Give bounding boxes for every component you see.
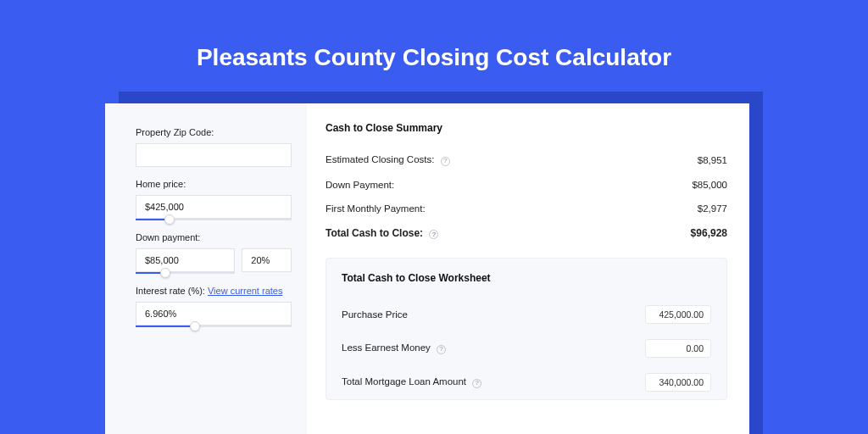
help-icon[interactable]: ?: [472, 379, 481, 388]
summary-total-value: $96,928: [691, 227, 727, 239]
interest-rate-input[interactable]: [136, 302, 292, 326]
worksheet-heading: Total Cash to Close Worksheet: [342, 272, 711, 284]
summary-row-label: First Monthly Payment:: [326, 203, 426, 214]
down-payment-field: Down payment:: [136, 232, 292, 274]
interest-rate-field: Interest rate (%): View current rates: [136, 286, 292, 327]
view-rates-link[interactable]: View current rates: [208, 286, 282, 296]
home-price-label: Home price:: [136, 179, 292, 189]
slider-thumb[interactable]: [190, 321, 200, 331]
summary-row: Down Payment:$85,000: [326, 173, 727, 197]
worksheet-row: Total Mortgage Loan Amount ?340,000.00: [342, 365, 711, 399]
summary-row-label: Estimated Closing Costs:: [326, 154, 434, 164]
summary-row: First Monthly Payment:$2,977: [326, 197, 727, 220]
summary-heading: Cash to Close Summary: [326, 122, 727, 134]
home-price-input[interactable]: [136, 195, 292, 219]
worksheet-row-value[interactable]: 340,000.00: [645, 373, 711, 392]
slider-thumb[interactable]: [164, 214, 175, 225]
worksheet-row-value[interactable]: 425,000.00: [645, 305, 711, 324]
down-payment-amount-input[interactable]: [136, 248, 235, 272]
summary-row-label: Down Payment:: [326, 180, 394, 190]
home-price-slider[interactable]: [136, 219, 292, 220]
home-price-field: Home price:: [136, 179, 292, 220]
results-column: Cash to Close Summary Estimated Closing …: [307, 103, 749, 434]
help-icon[interactable]: ?: [429, 230, 438, 239]
worksheet-card: Total Cash to Close Worksheet Purchase P…: [326, 258, 727, 400]
slider-thumb[interactable]: [160, 268, 170, 278]
summary-total-row: Total Cash to Close: ? $96,928: [326, 220, 727, 247]
worksheet-row-value[interactable]: 0.00: [645, 339, 711, 358]
help-icon[interactable]: ?: [441, 157, 450, 166]
zip-label: Property Zip Code:: [136, 127, 292, 137]
worksheet-row: Less Earnest Money ?0.00: [342, 331, 711, 365]
worksheet-row-label: Purchase Price: [342, 309, 408, 320]
summary-total-label: Total Cash to Close:: [326, 227, 423, 239]
slider-fill: [136, 326, 195, 327]
interest-rate-slider[interactable]: [136, 326, 292, 327]
inputs-column: Property Zip Code: Home price: Down paym…: [105, 103, 307, 434]
summary-row: Estimated Closing Costs: ?$8,951: [326, 147, 727, 173]
worksheet-row-label: Total Mortgage Loan Amount: [342, 376, 466, 387]
zip-input[interactable]: [136, 143, 292, 167]
summary-row-value: $85,000: [692, 180, 727, 190]
summary-row-value: $8,951: [698, 155, 727, 165]
worksheet-row: Purchase Price425,000.00: [342, 298, 711, 331]
worksheet-row-label: Less Earnest Money: [342, 342, 431, 353]
summary-row-value: $2,977: [698, 203, 727, 214]
interest-rate-label-text: Interest rate (%):: [136, 286, 208, 296]
down-payment-pct-input[interactable]: [242, 248, 292, 272]
help-icon[interactable]: ?: [437, 345, 446, 354]
calculator-panel: Property Zip Code: Home price: Down paym…: [105, 103, 749, 434]
zip-field: Property Zip Code:: [136, 127, 292, 167]
down-payment-label: Down payment:: [136, 232, 292, 242]
page-title: Pleasants County Closing Cost Calculator: [0, 0, 868, 71]
down-payment-slider[interactable]: [136, 272, 235, 274]
interest-rate-label: Interest rate (%): View current rates: [136, 286, 292, 296]
